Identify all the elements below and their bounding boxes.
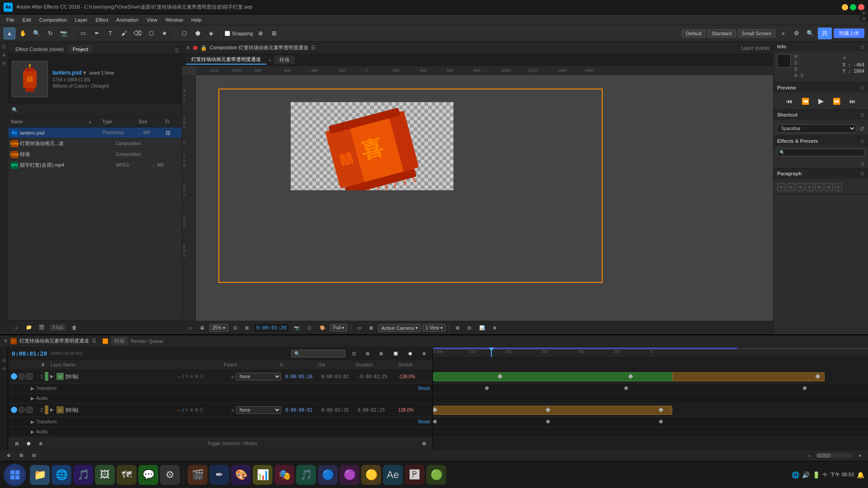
menu-animation[interactable]: Animation bbox=[113, 16, 142, 23]
snapping-options[interactable]: ⊕ bbox=[255, 28, 267, 39]
track1-bar-overlay[interactable] bbox=[672, 372, 825, 381]
workspace-standard[interactable]: Standard bbox=[708, 29, 736, 38]
menu-help[interactable]: Help bbox=[188, 16, 205, 23]
create-comp-btn[interactable]: 🎬 bbox=[37, 323, 46, 332]
views-dropdown[interactable]: 1 View ▾ bbox=[423, 324, 446, 332]
viewer-preview-btn[interactable]: 🖥 bbox=[197, 324, 208, 332]
taskbar-music[interactable]: 🎵 bbox=[73, 465, 93, 485]
layer1-parent-select[interactable]: None bbox=[236, 373, 281, 380]
tray-network[interactable]: 🌐 bbox=[792, 471, 799, 479]
layer1-vis[interactable] bbox=[11, 373, 17, 380]
taskbar-line[interactable]: 💬 bbox=[138, 465, 158, 485]
tl-icon-3[interactable]: ⊕ bbox=[1, 366, 7, 372]
file-row-2[interactable]: Comp 转场 Composition bbox=[8, 149, 182, 160]
left-tool-1[interactable]: ☰ bbox=[1, 43, 7, 50]
align-left-btn[interactable]: ≡ bbox=[777, 183, 785, 191]
tl-bottom-btn-4[interactable]: ⬦ bbox=[805, 451, 814, 459]
rect-tool[interactable]: ▭ bbox=[77, 28, 89, 39]
shape-tool-2[interactable]: ⬟ bbox=[192, 28, 203, 39]
project-dropdown-icon[interactable]: ▾ bbox=[83, 70, 86, 76]
taskbar-app-12[interactable]: 🟢 bbox=[426, 465, 446, 485]
taskbar-app-7[interactable]: 🔵 bbox=[318, 465, 338, 485]
tl-bottom-btn-1[interactable]: ⊕ bbox=[4, 451, 14, 459]
paragraph-menu-icon[interactable]: ☰ bbox=[860, 171, 864, 176]
proportional-grid[interactable]: ⊞ bbox=[269, 28, 280, 39]
interpret-footage-btn[interactable]: ⬦ bbox=[12, 323, 21, 332]
taskbar-settings[interactable]: ⚙ bbox=[160, 465, 180, 485]
shortcut-select[interactable]: Spacebar bbox=[777, 124, 856, 133]
upload-button[interactable]: 拍摄上传 bbox=[834, 28, 864, 38]
comp-close-btn[interactable]: ✕ bbox=[186, 45, 190, 51]
pen-tool[interactable]: ✒ bbox=[91, 28, 103, 39]
layer1-audio-row[interactable]: ▶ Audio bbox=[8, 394, 433, 404]
selection-tool[interactable]: ▲ bbox=[4, 28, 15, 39]
snapping-toggle[interactable]: Snapping bbox=[225, 31, 253, 36]
layer2-audio-row[interactable]: ▶ Audio bbox=[8, 427, 433, 437]
align-center-btn[interactable]: ≡ bbox=[787, 183, 795, 191]
share-btn[interactable]: 共 bbox=[818, 28, 832, 39]
comp-canvas[interactable]: 喜 囍 bbox=[196, 75, 773, 321]
region-of-interest-btn[interactable]: ▭ bbox=[354, 324, 364, 332]
file-row-3[interactable]: MP4 囍字灯笼(去背).mp4 MPEG ... MB bbox=[8, 160, 182, 171]
effects-options-icon[interactable]: ⊞ bbox=[861, 161, 864, 166]
comp-layers-btn[interactable]: ⊕ bbox=[490, 324, 500, 332]
file-row-1[interactable]: Comp 灯笼转场动画元...道 Composition bbox=[8, 138, 182, 149]
tl-footer-btn-3[interactable]: ⊕ bbox=[36, 440, 46, 447]
layer2-switch-6[interactable]: ☰ bbox=[200, 408, 203, 412]
layer1-audio-expand[interactable]: ▶ bbox=[31, 396, 34, 401]
track1-sub-kf-1[interactable] bbox=[485, 386, 489, 390]
align-justify2-btn[interactable]: ≡ bbox=[815, 183, 823, 191]
pixel-aspect-btn[interactable]: ⊞ bbox=[242, 324, 252, 332]
col-name[interactable]: Name bbox=[11, 119, 88, 124]
create-folder-btn[interactable]: 📁 bbox=[24, 323, 33, 332]
layer1-expand-arrow[interactable]: ▶ bbox=[50, 374, 56, 379]
tl-toggle-6[interactable]: ⊕ bbox=[419, 350, 429, 357]
track2-sub-kf-1[interactable] bbox=[433, 420, 437, 423]
tab-project[interactable]: Project bbox=[68, 45, 93, 54]
text-tool[interactable]: T bbox=[104, 28, 116, 39]
track1-sub-kf-2[interactable] bbox=[624, 386, 628, 390]
show-channel-btn[interactable]: ⬡ bbox=[304, 324, 315, 332]
start-button[interactable] bbox=[4, 464, 26, 486]
snapshot-btn[interactable]: 📷 bbox=[291, 324, 302, 332]
taskbar-app-2[interactable]: ✒ bbox=[209, 465, 229, 485]
comp-chart-btn[interactable]: 📊 bbox=[476, 324, 488, 332]
layer2-switch-1[interactable]: — bbox=[177, 408, 181, 413]
layer1-lock[interactable] bbox=[26, 373, 33, 380]
left-tool-3[interactable]: ⊕ bbox=[1, 60, 7, 66]
tl-timecode[interactable]: 0:00:01:20 bbox=[12, 350, 47, 357]
tl-toggle-5[interactable]: ⬟ bbox=[405, 350, 415, 357]
align-right-btn[interactable]: ≡ bbox=[796, 183, 804, 191]
hand-tool[interactable]: ✋ bbox=[17, 28, 29, 39]
layer2-audio-expand[interactable]: ▶ bbox=[31, 429, 34, 434]
workspace-options[interactable]: » bbox=[777, 28, 789, 39]
tray-volume[interactable]: 🔊 bbox=[802, 471, 810, 479]
layer1-switch-3[interactable]: fx bbox=[185, 374, 189, 379]
tray-notifications[interactable]: 🔔 bbox=[857, 471, 864, 479]
tl-toggle-2[interactable]: ⊞ bbox=[363, 350, 373, 357]
shortcut-menu-icon[interactable]: ☰ bbox=[860, 113, 864, 117]
maximize-button[interactable] bbox=[850, 4, 856, 10]
taskbar-ae-icon[interactable]: Ae bbox=[383, 465, 403, 485]
active-camera-dropdown[interactable]: Active Camera ▾ bbox=[378, 324, 420, 332]
col-fr[interactable]: Fr bbox=[165, 119, 179, 124]
tl-render-queue[interactable]: Render Queue bbox=[131, 338, 163, 344]
comp-options-btn[interactable]: ⊞ bbox=[453, 324, 462, 332]
comp-render-btn[interactable]: ⊟ bbox=[464, 324, 474, 332]
comp-menu-icon[interactable]: ☰ bbox=[311, 45, 316, 51]
taskbar-app-8[interactable]: 🟣 bbox=[340, 465, 359, 485]
tl-toggle-4[interactable]: 🔲 bbox=[390, 350, 401, 357]
align-justify-btn[interactable]: ≡ bbox=[806, 183, 814, 191]
menu-window[interactable]: Window bbox=[162, 16, 187, 23]
align-justify4-btn[interactable]: ≡ bbox=[834, 183, 842, 191]
menu-composition[interactable]: Composition bbox=[36, 16, 71, 23]
tl-zoom-slider[interactable] bbox=[816, 453, 853, 458]
layer2-switch-4[interactable]: ⊕ bbox=[190, 408, 193, 412]
tl-icon-1[interactable]: ↕ bbox=[1, 349, 7, 356]
taskbar-app-11[interactable]: 🅿 bbox=[405, 465, 425, 485]
layer1-solo[interactable] bbox=[19, 373, 25, 380]
layer2-switch-5[interactable]: ⊠ bbox=[195, 408, 198, 412]
comp-tab-0[interactable]: 灯笼转场动画元素带透明度通道 bbox=[186, 55, 266, 65]
tl-icon-2[interactable]: ⊞ bbox=[1, 357, 7, 364]
file-row-0[interactable]: Ps lantern.psd Photoshop ... MB ⛓ bbox=[8, 127, 182, 138]
